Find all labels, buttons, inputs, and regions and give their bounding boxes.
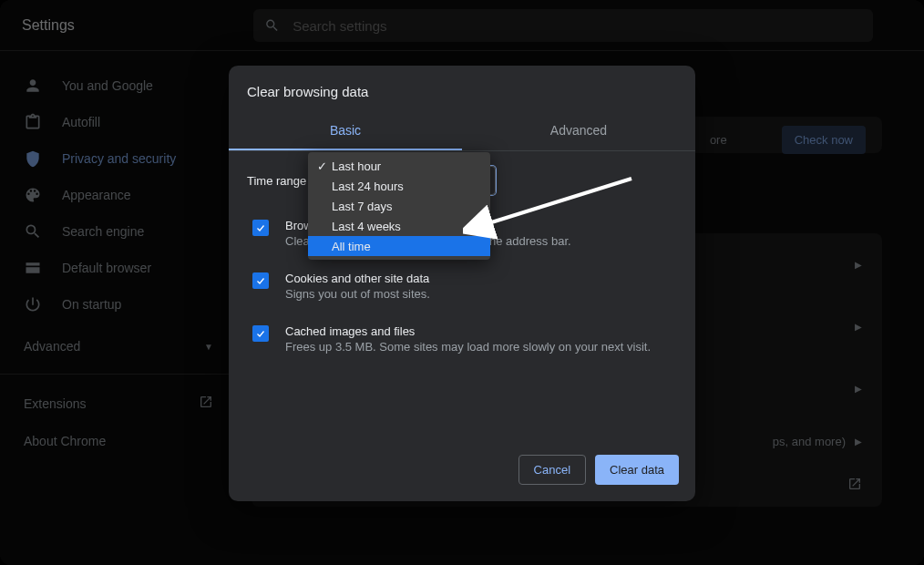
sidebar-item-privacy[interactable]: Privacy and security [0, 140, 233, 177]
browser-icon [24, 259, 42, 277]
divider [0, 374, 233, 375]
chevron-right-icon: ▶ [855, 322, 862, 332]
chevron-down-icon: ▼ [204, 342, 213, 352]
dropdown-item-label: Last hour [332, 159, 381, 173]
check-now-button[interactable]: Check now [782, 126, 866, 154]
sidebar-extensions-link[interactable]: Extensions [0, 384, 233, 423]
check-title: Cached images and files [285, 324, 651, 338]
shield-icon [24, 149, 42, 168]
dropdown-item-label: Last 24 hours [332, 180, 404, 193]
tab-advanced[interactable]: Advanced [462, 112, 695, 150]
dropdown-item-label: Last 4 weeks [332, 220, 401, 233]
chevron-right-icon: ▶ [855, 384, 862, 394]
sidebar-item-appearance[interactable]: Appearance [0, 177, 233, 213]
search-settings-field[interactable] [253, 9, 873, 42]
person-icon [24, 77, 42, 95]
chevron-right-icon: ▶ [855, 437, 862, 447]
bg-text-more: ore [710, 133, 727, 147]
about-label: About Chrome [24, 434, 106, 448]
tab-basic[interactable]: Basic [229, 112, 462, 150]
sidebar-item-label: Appearance [62, 188, 131, 202]
check-title: Cookies and other site data [285, 272, 430, 285]
clipboard-icon [24, 113, 42, 131]
check-desc: Signs you out of most sites. [285, 287, 430, 301]
sidebar-item-you-and-google[interactable]: You and Google [0, 67, 233, 104]
sidebar-about-link[interactable]: About Chrome [0, 423, 233, 459]
dropdown-item-last-4-weeks[interactable]: Last 4 weeks [308, 216, 490, 236]
sidebar-item-label: Default browser [62, 261, 151, 275]
sidebar-item-label: Search engine [62, 224, 144, 239]
search-icon [264, 17, 280, 34]
checkbox-checked-icon [252, 220, 269, 236]
power-icon [24, 295, 42, 313]
time-range-label: Time range [247, 174, 306, 188]
check-cached-images[interactable]: Cached images and files Frees up 3.5 MB.… [247, 315, 677, 368]
time-range-dropdown: ✓Last hour Last 24 hours Last 7 days Las… [308, 152, 490, 260]
sidebar-item-label: Privacy and security [62, 151, 176, 166]
dialog-title: Clear browsing data [229, 66, 695, 112]
dialog-tabs: Basic Advanced [229, 112, 695, 151]
clear-browsing-data-dialog: Clear browsing data Basic Advanced Time … [229, 66, 695, 501]
checkbox-checked-icon [252, 272, 269, 289]
clear-data-button[interactable]: Clear data [595, 455, 679, 485]
search-icon [24, 222, 42, 241]
page-title: Settings [22, 17, 75, 34]
dropdown-item-last-7-days[interactable]: Last 7 days [308, 196, 490, 216]
check-icon: ✓ [315, 159, 328, 173]
sidebar: You and Google Autofill Privacy and secu… [0, 51, 233, 565]
sidebar-item-default-browser[interactable]: Default browser [0, 250, 233, 286]
sidebar-item-label: You and Google [62, 78, 153, 93]
dropdown-item-label: Last 7 days [332, 200, 393, 213]
chevron-right-icon: ▶ [855, 260, 862, 270]
advanced-label: Advanced [24, 339, 80, 354]
external-link-icon [847, 477, 862, 494]
palette-icon [24, 186, 42, 204]
check-desc: Frees up 3.5 MB. Some sites may load mor… [285, 340, 651, 354]
bg-text-apps: ps, and more) [773, 435, 846, 448]
check-cookies[interactable]: Cookies and other site data Signs you ou… [247, 262, 677, 315]
sidebar-item-on-startup[interactable]: On startup [0, 286, 233, 323]
extensions-label: Extensions [24, 396, 86, 411]
sidebar-item-autofill[interactable]: Autofill [0, 104, 233, 140]
cancel-button[interactable]: Cancel [518, 455, 586, 485]
sidebar-advanced-toggle[interactable]: Advanced ▼ [0, 328, 233, 365]
dropdown-item-label: All time [332, 240, 371, 253]
sidebar-item-label: Autofill [62, 115, 100, 129]
checkbox-checked-icon [252, 325, 269, 342]
search-input[interactable] [293, 18, 862, 34]
dropdown-item-last-24-hours[interactable]: Last 24 hours [308, 176, 490, 196]
sidebar-item-label: On startup [62, 297, 121, 312]
sidebar-item-search-engine[interactable]: Search engine [0, 213, 233, 250]
dropdown-item-last-hour[interactable]: ✓Last hour [308, 156, 490, 176]
dropdown-item-all-time[interactable]: All time [308, 236, 490, 256]
external-link-icon [199, 395, 213, 412]
